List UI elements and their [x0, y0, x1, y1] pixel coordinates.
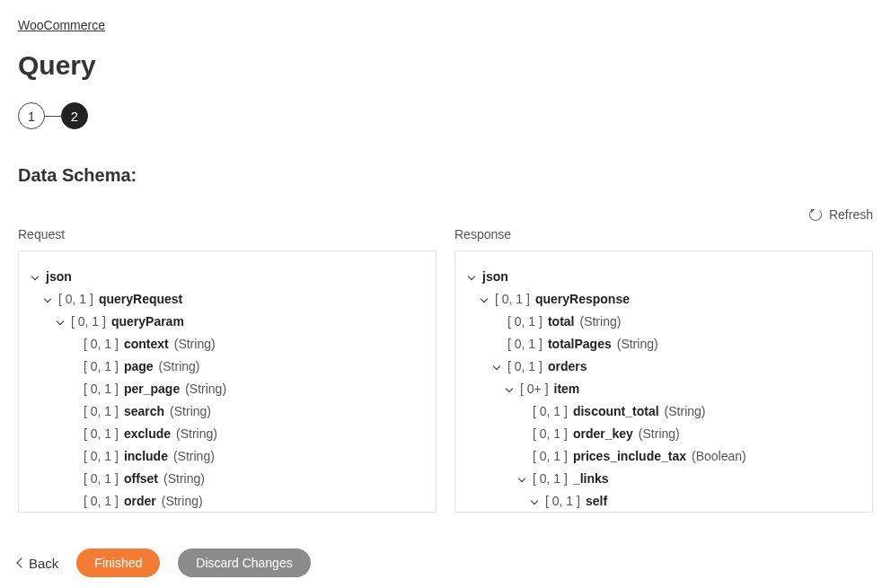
tree-row[interactable]: [ 0, 1 ] queryParam: [30, 311, 425, 333]
chevron-down-icon[interactable]: [479, 294, 490, 305]
tree-row[interactable]: [ 0, 1 ] totalPages (String): [466, 333, 861, 355]
node-type: (String): [665, 402, 706, 421]
node-name: prices_include_tax: [573, 447, 686, 466]
tree-row[interactable]: [ 0, 1 ] queryResponse: [466, 288, 861, 311]
stepper: 1 2: [18, 102, 873, 129]
node-type: (String): [579, 312, 621, 331]
chevron-down-icon[interactable]: [55, 317, 66, 328]
node-name: orders: [548, 357, 587, 376]
tree-row[interactable]: [ 0, 1 ] queryRequest: [30, 288, 425, 311]
node-name: per_page: [124, 380, 180, 399]
back-button[interactable]: Back: [18, 556, 58, 571]
node-name: queryResponse: [535, 290, 630, 309]
node-type: (String): [159, 357, 200, 376]
node-name: offset: [124, 470, 158, 488]
cardinality: [ 0, 1 ]: [533, 470, 568, 488]
node-type: (Boolean): [692, 447, 746, 466]
cardinality: [ 0, 1 ]: [84, 357, 119, 376]
tree-row[interactable]: [ 0, 1 ] discount_total (String): [466, 400, 861, 423]
cardinality: [ 0, 1 ]: [533, 447, 568, 466]
chevron-down-icon[interactable]: [491, 362, 502, 373]
node-type: (String): [173, 447, 215, 466]
tree-row[interactable]: [ 0, 1 ] exclude (String): [30, 423, 425, 445]
node-name: total: [548, 312, 575, 331]
cardinality: [ 0, 1 ]: [84, 447, 119, 466]
node-name: queryParam: [111, 312, 184, 331]
tree-row[interactable]: [ 0, 1 ] include (String): [30, 445, 425, 468]
node-type: (String): [162, 492, 203, 511]
node-name: queryRequest: [99, 290, 182, 309]
node-name: json: [46, 268, 72, 286]
chevron-down-icon[interactable]: [30, 272, 40, 283]
node-type: (String): [176, 425, 217, 443]
back-label: Back: [29, 556, 58, 571]
node-name: _links: [573, 470, 609, 488]
node-name: json: [482, 268, 508, 286]
chevron-left-icon: [16, 557, 26, 567]
cardinality: [ 0, 1 ]: [533, 425, 568, 443]
tree-row[interactable]: [ 0, 1 ] page (String): [30, 355, 425, 378]
section-title: Data Schema:: [18, 165, 873, 186]
chevron-down-icon[interactable]: [529, 496, 540, 507]
refresh-icon: [809, 208, 822, 221]
request-tree: json[ 0, 1 ] queryRequest[ 0, 1 ] queryP…: [18, 250, 437, 513]
node-type: (String): [174, 335, 216, 354]
response-header: Response: [454, 227, 873, 241]
cardinality: [ 0, 1 ]: [507, 312, 543, 331]
node-name: order_key: [573, 425, 633, 443]
page-title: Query: [18, 50, 873, 81]
cardinality: [ 0, 1 ]: [545, 492, 580, 511]
tree-row[interactable]: [ 0, 1 ] _links: [466, 468, 861, 490]
tree-row[interactable]: [ 0, 1 ] context (String): [30, 333, 425, 355]
cardinality: [ 0, 1 ]: [507, 335, 543, 354]
tree-row[interactable]: [ 0, 1 ] search (String): [30, 400, 425, 423]
chevron-down-icon[interactable]: [42, 294, 53, 305]
tree-row[interactable]: [ 0+ ] item: [466, 378, 861, 400]
node-name: order: [124, 492, 156, 511]
breadcrumb[interactable]: WooCommerce: [18, 18, 105, 32]
refresh-button[interactable]: Refresh: [809, 207, 873, 222]
node-name: self: [586, 492, 607, 511]
cardinality: [ 0, 1 ]: [84, 335, 119, 354]
node-type: (String): [170, 402, 211, 421]
cardinality: [ 0, 1 ]: [84, 380, 119, 399]
node-type: (String): [617, 335, 658, 354]
tree-row[interactable]: [ 0, 1 ] prices_include_tax (Boolean): [466, 445, 861, 468]
finished-button[interactable]: Finished: [76, 549, 160, 577]
node-type: (String): [639, 425, 680, 443]
cardinality: [ 0, 1 ]: [84, 492, 119, 511]
tree-row[interactable]: [ 0, 1 ] order (String): [30, 490, 425, 513]
cardinality: [ 0, 1 ]: [84, 425, 119, 443]
tree-row[interactable]: json: [466, 266, 861, 288]
cardinality: [ 0, 1 ]: [58, 290, 93, 309]
request-column: Request json[ 0, 1 ] queryRequest[ 0, 1 …: [18, 227, 437, 513]
tree-row[interactable]: [ 0, 1 ] orders: [466, 355, 861, 378]
node-name: item: [554, 380, 580, 399]
tree-row[interactable]: [ 0, 1 ] order_key (String): [466, 423, 861, 445]
cardinality: [ 0, 1 ]: [495, 290, 530, 309]
cardinality: [ 0, 1 ]: [507, 357, 543, 376]
tree-row[interactable]: json: [30, 266, 425, 288]
cardinality: [ 0, 1 ]: [84, 402, 119, 421]
step-1[interactable]: 1: [18, 102, 45, 129]
cardinality: [ 0, 1 ]: [71, 312, 106, 331]
node-type: (String): [185, 380, 226, 399]
chevron-down-icon[interactable]: [504, 384, 515, 395]
node-name: search: [124, 402, 164, 421]
tree-row[interactable]: [ 0, 1 ] per_page (String): [30, 378, 425, 400]
chevron-down-icon[interactable]: [516, 474, 527, 485]
request-header: Request: [18, 227, 437, 241]
response-column: Response json[ 0, 1 ] queryResponse[ 0, …: [454, 227, 873, 513]
node-type: (String): [163, 470, 205, 488]
refresh-label: Refresh: [829, 207, 873, 222]
step-2[interactable]: 2: [61, 102, 88, 129]
tree-row[interactable]: [ 0, 1 ] total (String): [466, 311, 861, 333]
node-name: discount_total: [573, 402, 659, 421]
discard-button[interactable]: Discard Changes: [178, 549, 310, 577]
tree-row[interactable]: [ 0, 1 ] offset (String): [30, 468, 425, 490]
response-tree: json[ 0, 1 ] queryResponse[ 0, 1 ] total…: [454, 250, 873, 513]
chevron-down-icon[interactable]: [466, 272, 477, 283]
tree-row[interactable]: [ 0, 1 ] self: [466, 490, 861, 513]
node-name: exclude: [124, 425, 171, 443]
node-name: context: [124, 335, 169, 354]
